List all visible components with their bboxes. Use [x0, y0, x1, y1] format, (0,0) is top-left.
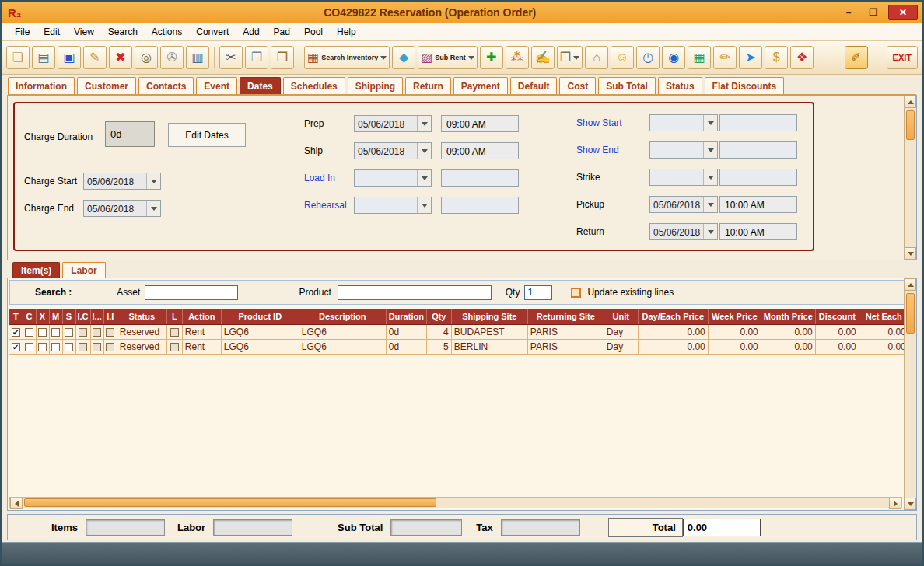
add-button[interactable]: ✚ [480, 46, 503, 69]
menu-add[interactable]: Add [236, 24, 266, 40]
money-button[interactable]: $ [765, 46, 788, 69]
catalog-button[interactable]: ▦ [688, 46, 711, 69]
row-checkbox-m[interactable] [51, 328, 60, 337]
clock-button[interactable]: ◷ [636, 46, 660, 69]
col-header-net-each[interactable]: Net Each [859, 309, 908, 324]
tab-flat-discounts[interactable]: Flat Discounts [705, 77, 785, 94]
menu-search[interactable]: Search [101, 24, 145, 40]
row-checkbox-x[interactable] [38, 328, 47, 337]
tab-items[interactable]: Item(s) [12, 262, 60, 278]
chevron-down-icon[interactable] [417, 116, 431, 131]
tab-payment[interactable]: Payment [453, 77, 508, 94]
chevron-down-icon[interactable] [146, 173, 160, 189]
row-checkbox-i[interactable] [93, 343, 101, 351]
items-horizontal-scrollbar[interactable] [9, 497, 902, 508]
upper-vertical-scrollbar[interactable] [904, 96, 916, 260]
col-header-status[interactable]: Status [117, 309, 166, 324]
scroll-left-button[interactable] [10, 498, 23, 509]
shapes-button[interactable]: ◆ [392, 46, 415, 69]
tab-shipping[interactable]: Shipping [348, 77, 403, 94]
rehearsal-link[interactable]: Rehearsal [304, 200, 347, 211]
tab-cost[interactable]: Cost [559, 77, 596, 94]
col-header-description[interactable]: Description [299, 309, 386, 324]
row-checkbox-ii[interactable] [106, 343, 114, 351]
col-header-product-id[interactable]: Product ID [221, 309, 299, 324]
scroll-up-button[interactable] [905, 96, 916, 108]
tab-information[interactable]: Information [8, 77, 75, 94]
qty-input[interactable] [524, 285, 552, 300]
save-button[interactable]: ▣ [58, 46, 81, 69]
return-date-combo[interactable]: 05/06/2018 [649, 223, 718, 240]
pickup-date-combo[interactable]: 05/06/2018 [649, 196, 718, 213]
chevron-down-icon[interactable] [703, 197, 717, 212]
return-time-field[interactable]: 10:00 AM [719, 223, 797, 240]
col-header-ic[interactable]: I.C [75, 309, 90, 324]
maximize-button[interactable]: ❐ [863, 5, 884, 20]
row-checkbox-ic[interactable] [79, 343, 87, 351]
tab-customer[interactable]: Customer [77, 77, 136, 94]
key-button[interactable]: ✇ [160, 46, 184, 69]
rehearsal-time-field[interactable] [441, 197, 519, 214]
chevron-down-icon[interactable] [417, 197, 431, 213]
col-header-l[interactable]: L [166, 309, 182, 324]
tab-dates[interactable]: Dates [240, 77, 281, 94]
link-button[interactable]: ➤ [739, 46, 762, 69]
globe-button[interactable]: ◉ [662, 46, 685, 69]
rehearsal-date-combo[interactable] [354, 197, 432, 214]
scrollbar-thumb[interactable] [24, 498, 436, 507]
charge-end-combo[interactable]: 05/06/2018 [83, 200, 161, 217]
scroll-right-button[interactable] [889, 498, 901, 509]
cards-button[interactable]: ❒ [557, 46, 583, 69]
package-button[interactable]: ❖ [790, 46, 814, 69]
table-row[interactable]: ✔ Reserved Rent LGQ6 LGQ6 0d 4 BUDAPEST [9, 324, 908, 339]
tab-status[interactable]: Status [658, 77, 702, 94]
col-header-x[interactable]: X [36, 309, 49, 324]
chevron-down-icon[interactable] [146, 201, 160, 216]
find-button[interactable]: ◎ [135, 46, 158, 69]
col-header-day-each-price[interactable]: Day/Each Price [638, 309, 708, 324]
tab-return[interactable]: Return [405, 77, 451, 94]
update-existing-lines-checkbox[interactable] [571, 288, 581, 298]
row-checkbox-s[interactable] [65, 328, 73, 337]
scroll-down-button[interactable] [905, 498, 916, 510]
chevron-down-icon[interactable] [417, 143, 431, 159]
col-header-returning-site[interactable]: Returning Site [527, 309, 604, 324]
row-checkbox-t[interactable]: ✔ [12, 328, 20, 337]
table-row[interactable]: ✔ Reserved Rent LGQ6 LGQ6 0d 5 BERLIN [9, 339, 908, 354]
col-header-i[interactable]: I... [90, 309, 103, 324]
edit-button[interactable]: ✎ [83, 46, 107, 69]
items-vertical-scrollbar[interactable] [904, 278, 916, 510]
col-header-m[interactable]: M [49, 309, 62, 324]
asset-input[interactable] [145, 285, 238, 300]
close-button[interactable]: ✕ [888, 5, 918, 20]
wand-button[interactable]: ✐ [845, 46, 868, 69]
chevron-down-icon[interactable] [417, 170, 431, 186]
strike-date-combo[interactable] [649, 169, 718, 186]
charge-start-combo[interactable]: 05/06/2018 [83, 173, 161, 190]
delete-button[interactable]: ✖ [109, 46, 132, 69]
tab-schedules[interactable]: Schedules [283, 77, 345, 94]
col-header-qty[interactable]: Qty [426, 309, 451, 324]
show-start-link[interactable]: Show Start [576, 117, 622, 128]
chevron-down-icon[interactable] [703, 224, 717, 239]
row-checkbox-l[interactable] [170, 343, 179, 351]
show-start-date-combo[interactable] [649, 114, 718, 131]
show-start-time-field[interactable] [719, 114, 797, 131]
col-header-unit[interactable]: Unit [604, 309, 638, 324]
menu-edit[interactable]: Edit [37, 24, 67, 40]
col-header-week-price[interactable]: Week Price [708, 309, 761, 324]
show-end-time-field[interactable] [719, 142, 797, 159]
memo-button[interactable]: ✍ [531, 46, 555, 69]
menu-help[interactable]: Help [330, 24, 363, 40]
scroll-down-button[interactable] [905, 247, 916, 260]
special-print-button[interactable]: ▥ [186, 46, 209, 69]
show-end-date-combo[interactable] [649, 142, 718, 159]
scroll-up-button[interactable] [905, 278, 916, 291]
paste-button[interactable]: ❒ [271, 46, 294, 69]
tab-contacts[interactable]: Contacts [138, 77, 194, 94]
col-header-ii[interactable]: I.I [103, 309, 117, 324]
row-checkbox-t[interactable]: ✔ [12, 343, 20, 351]
col-header-t[interactable]: T [9, 309, 23, 324]
pickup-time-field[interactable]: 10:00 AM [719, 196, 797, 213]
row-checkbox-ic[interactable] [79, 328, 87, 337]
